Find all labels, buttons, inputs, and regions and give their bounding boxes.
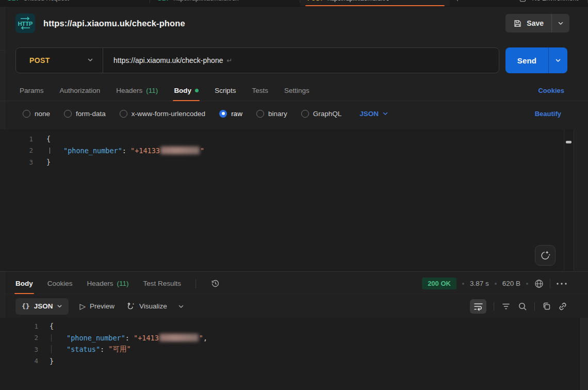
tab-headers[interactable]: Headers (11) [116,80,158,101]
preview-button[interactable]: ▷ Preview [79,302,115,311]
response-tab-body[interactable]: Body [15,273,33,294]
meta-separator-dot [526,283,528,285]
radio-graphql[interactable]: GraphQL [301,110,342,118]
line-number: 4 [0,357,38,365]
code-line: 2 "phone_number": "+1413", [0,332,588,344]
tab-label: https://api.xiaomu.uk/c [328,0,389,2]
response-history-button[interactable] [210,279,220,288]
wrap-text-icon [473,302,483,311]
toolbar-divider [534,302,535,311]
response-more-actions-button[interactable] [556,282,567,285]
save-button[interactable]: Save [505,14,551,32]
url-bar: POST https://api.xiaomu.uk/check-phone ↵ [15,47,499,73]
status-badge: 200 OK [422,278,456,289]
radio-circle [301,110,309,118]
enter-key-hint: ↵ [226,57,232,64]
request-response-divider[interactable] [0,271,588,272]
clock-history-icon [210,279,220,288]
scrollbar-thumb[interactable] [566,141,571,143]
response-time: 3.87 s [470,280,489,287]
environment-icon [519,0,527,3]
new-tab-button[interactable]: + [450,0,465,7]
code-line: 1 { [0,133,574,145]
braces-icon: {} [22,302,30,310]
save-button-label: Save [527,19,544,27]
code-line: 1 { [0,320,588,332]
play-outline-icon: ▷ [79,302,86,311]
chevron-down-icon [555,57,561,63]
headers-count-badge: (11) [146,87,158,94]
tab-scripts[interactable]: Scripts [215,80,236,101]
radio-x-www-form-urlencoded[interactable]: x-www-form-urlencoded [120,110,205,118]
chevron-down-icon [178,303,184,310]
share-link-button[interactable] [558,302,567,311]
radio-form-data[interactable]: form-data [64,110,106,118]
response-editor-actions [470,299,567,314]
language-dropdown[interactable]: JSON [360,110,388,118]
code-line: 4 } [0,355,588,367]
tab-authorization[interactable]: Authorization [60,80,101,101]
tab-label: https://api.xiaomu.uk/ex [173,0,238,2]
code-line: 3 } [0,156,574,168]
url-input[interactable]: https://api.xiaomu.uk/check-phone [113,56,223,64]
send-button-group: Send [505,47,567,73]
response-body-viewer[interactable]: 1 { 2 "phone_number": "+1413", 3 "status… [0,318,588,390]
indent-guide [51,334,52,342]
toolbar-divider [195,279,196,288]
environment-selector[interactable]: No Environment [510,0,587,3]
network-info-button[interactable] [534,279,544,289]
toolbar-divider [550,279,550,288]
toolbar-divider [494,302,494,311]
tab-method-get: GET [7,0,19,2]
method-dropdown[interactable]: POST [16,48,103,73]
radio-circle [120,110,127,118]
postbot-ai-button[interactable] [535,245,556,266]
visualize-button[interactable]: Visualize [125,301,167,311]
environment-label: No Environment [532,0,578,2]
visualize-options-button[interactable] [178,303,184,310]
response-tab-test-results[interactable]: Test Results [143,273,182,294]
response-tab-headers[interactable]: Headers (11) [87,273,129,294]
tab-params[interactable]: Params [20,80,44,101]
response-view-toolbar: {} JSON ▷ Preview Visualize [0,295,588,318]
code-line: 3 "status": "可用" [0,344,588,355]
copy-response-button[interactable] [542,302,551,311]
save-options-button[interactable] [552,14,569,32]
request-tab-active[interactable]: POST https://api.xiaomu.uk/c [300,0,450,7]
tab-tests[interactable]: Tests [252,80,268,101]
link-icon [558,302,567,311]
send-options-button[interactable] [549,47,567,73]
meta-separator-dot [462,283,464,285]
line-number: 1 [0,322,38,330]
code-line: 2 "phone_number": "+14133" [0,145,574,157]
response-tabs: Body Cookies Headers (11) Test Results 2… [0,273,588,294]
response-scrollbar[interactable] [580,318,588,390]
editor-scrollbar[interactable] [564,129,574,271]
beautify-link[interactable]: Beautify [535,110,561,118]
response-headers-count: (11) [117,280,129,287]
radio-raw[interactable]: raw [219,110,242,118]
response-tab-cookies[interactable]: Cookies [47,273,73,294]
request-body-editor[interactable]: 1 { 2 "phone_number": "+14133" 3 } [0,129,574,271]
radio-none[interactable]: none [23,110,50,118]
tab-body[interactable]: Body [174,80,199,101]
save-button-group: Save [505,14,569,32]
request-tab-untitled[interactable]: GET Untitled Request [0,0,150,7]
chevron-down-icon [382,110,388,117]
filter-button[interactable] [501,303,511,310]
body-type-options: none form-data x-www-form-urlencoded raw… [0,104,588,123]
line-number: 3 [0,346,38,353]
http-protocol-icon: HTTP [15,13,35,33]
globe-icon [534,279,544,289]
search-icon [518,302,527,311]
send-button[interactable]: Send [505,47,548,73]
radio-binary[interactable]: binary [256,110,287,118]
response-format-dropdown[interactable]: {} JSON [15,298,69,315]
wrap-text-button[interactable] [470,299,486,314]
search-button[interactable] [518,302,527,311]
tab-settings[interactable]: Settings [284,80,309,101]
cookies-link[interactable]: Cookies [538,87,564,94]
floppy-disk-icon [513,19,522,28]
indent-guide [51,345,52,353]
request-tab-get[interactable]: GET https://api.xiaomu.uk/ex [150,0,300,7]
